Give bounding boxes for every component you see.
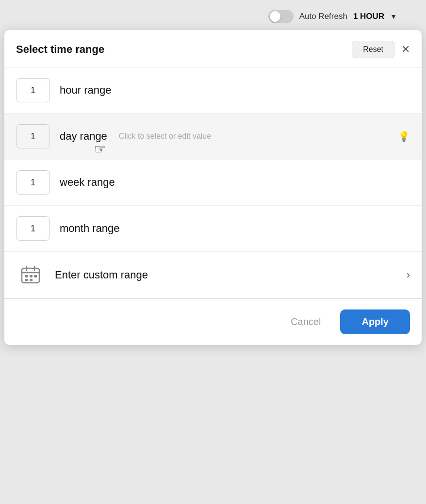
- reset-button[interactable]: Reset: [352, 41, 394, 58]
- close-button[interactable]: ✕: [401, 44, 410, 55]
- hour-label: 1 HOUR: [353, 12, 384, 21]
- week-range-label: week range: [60, 176, 115, 189]
- month-range-value[interactable]: 1: [16, 216, 50, 241]
- svg-rect-7: [25, 279, 28, 281]
- hour-range-label: hour range: [60, 84, 111, 97]
- chevron-right-icon: ›: [407, 269, 410, 281]
- modal-title: Select time range: [16, 43, 104, 56]
- month-range-row[interactable]: 1 month range: [4, 206, 422, 252]
- calendar-icon: [16, 262, 45, 288]
- modal-header: Select time range Reset ✕: [4, 30, 422, 67]
- custom-range-row[interactable]: Enter custom range ›: [4, 252, 422, 298]
- svg-rect-4: [25, 275, 28, 277]
- hour-range-row[interactable]: 1 hour range: [4, 67, 422, 114]
- modal-header-actions: Reset ✕: [352, 41, 410, 58]
- modal-body: 1 hour range 1 day range Click to select…: [4, 67, 422, 298]
- day-range-row[interactable]: 1 day range Click to select or edit valu…: [4, 114, 422, 160]
- svg-rect-6: [34, 275, 37, 277]
- month-range-label: month range: [60, 222, 120, 235]
- apply-button[interactable]: Apply: [340, 309, 410, 334]
- top-bar: Auto Refresh 1 HOUR ▼: [268, 10, 426, 30]
- hour-range-value[interactable]: 1: [16, 78, 50, 102]
- auto-refresh-toggle[interactable]: [268, 10, 294, 23]
- week-range-row[interactable]: 1 week range: [4, 160, 422, 206]
- cancel-button[interactable]: Cancel: [281, 310, 330, 333]
- day-range-value[interactable]: 1: [16, 124, 50, 148]
- week-range-value[interactable]: 1: [16, 170, 50, 195]
- time-range-modal: Select time range Reset ✕ 1 hour range 1…: [4, 30, 422, 345]
- modal-footer: Cancel Apply: [4, 298, 422, 345]
- custom-range-label: Enter custom range: [55, 269, 148, 281]
- auto-refresh-label: Auto Refresh: [299, 12, 347, 21]
- lightbulb-icon: 💡: [398, 130, 410, 142]
- chevron-down-icon[interactable]: ▼: [390, 13, 397, 20]
- cursor-pointer-icon: ☞: [94, 141, 106, 157]
- svg-rect-8: [30, 279, 33, 281]
- svg-rect-5: [30, 275, 33, 277]
- day-range-hint: Click to select or edit value: [119, 132, 211, 141]
